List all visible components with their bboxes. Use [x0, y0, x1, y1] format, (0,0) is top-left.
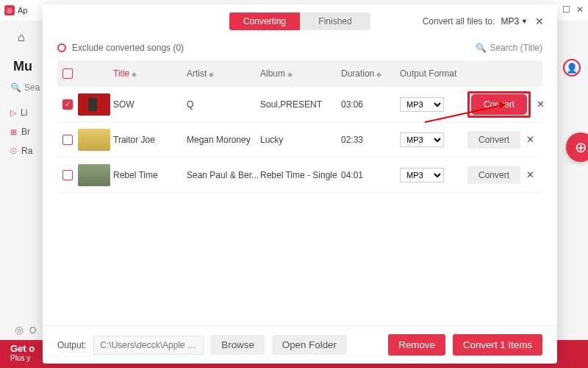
track-thumbnail — [78, 164, 110, 186]
exclude-toggle[interactable]: Exclude converted songs (0) — [57, 43, 184, 53]
track-table: Title◆ Artist◆ Album◆ Duration◆ Output F… — [43, 60, 557, 325]
tab-finished[interactable]: Finished — [300, 13, 370, 30]
select-all-checkbox[interactable] — [62, 68, 73, 79]
track-title: SOW — [113, 99, 187, 110]
track-duration: 02:33 — [341, 135, 400, 145]
convert-modal: Converting Finished Convert all files to… — [43, 4, 557, 364]
convert-button[interactable]: Convert — [467, 166, 520, 184]
home-icon[interactable]: ⌂ — [12, 31, 25, 44]
browse-button[interactable]: Browse — [211, 335, 264, 355]
toolbar: Exclude converted songs (0) 🔍 Search (Ti… — [43, 38, 557, 60]
col-title[interactable]: Title◆ — [113, 68, 187, 79]
format-select[interactable]: MP3 — [400, 168, 444, 183]
search-icon: 🔍 — [476, 43, 487, 53]
track-album: Soul,PRESENT — [260, 99, 341, 110]
bg-brand: Mu — [10, 59, 32, 74]
track-title: Rebel Time — [113, 170, 187, 180]
track-album: Lucky — [260, 135, 341, 145]
remove-row-icon[interactable]: ✕ — [520, 134, 534, 145]
search-input[interactable]: 🔍 Search (Title) — [476, 43, 542, 53]
col-output: Output Format — [400, 68, 467, 79]
remove-row-icon[interactable]: ✕ — [531, 99, 545, 110]
window-maximize-icon[interactable]: ☐ — [562, 4, 570, 15]
bg-app-title: ◎ Ap — [0, 5, 27, 15]
bg-nav-browse[interactable]: ⊞Br — [10, 127, 32, 137]
format-select[interactable]: MP3 — [400, 97, 444, 112]
table-header: Title◆ Artist◆ Album◆ Duration◆ Output F… — [57, 60, 542, 87]
row-checkbox[interactable] — [62, 135, 73, 145]
tab-converting[interactable]: Converting — [229, 13, 300, 30]
track-duration: 04:01 — [341, 170, 400, 180]
table-row: ✓ SOW Q Soul,PRESENT 03:06 MP3 Convert✕ — [57, 87, 542, 122]
play-icon: ▷ — [10, 108, 16, 118]
convert-all-label: Convert all files to: — [423, 16, 495, 26]
remove-button[interactable]: Remove — [388, 334, 445, 355]
output-label: Output: — [57, 340, 86, 350]
avatar[interactable]: 👤 — [563, 59, 581, 77]
col-duration[interactable]: Duration◆ — [341, 68, 400, 79]
app-logo-icon: ◎ — [4, 5, 15, 15]
modal-header: Converting Finished Convert all files to… — [43, 4, 557, 38]
global-format-select[interactable]: MP3 ▼ — [501, 16, 528, 26]
output-path[interactable]: C:\Users\decck\Apple Music... — [93, 336, 204, 355]
track-duration: 03:06 — [341, 99, 400, 110]
open-folder-button[interactable]: Open Folder — [272, 335, 347, 355]
table-row: Traitor Joe Megan Moroney Lucky 02:33 MP… — [57, 122, 542, 158]
tabs: Converting Finished — [229, 13, 370, 30]
window-close-icon[interactable]: ✕ — [576, 4, 584, 15]
convert-button[interactable]: Convert — [467, 131, 520, 149]
track-album: Rebel Time - Single — [260, 170, 341, 180]
bg-search[interactable]: 🔍 Sea — [10, 82, 40, 93]
sort-icon: ◆ — [209, 71, 214, 78]
sort-icon: ◆ — [376, 71, 381, 78]
radio-icon: ⦾ — [10, 146, 17, 156]
convert-button[interactable]: Convert — [473, 96, 526, 113]
caret-down-icon: ▼ — [521, 18, 528, 25]
grid-icon: ⊞ — [10, 127, 17, 137]
exclude-label: Exclude converted songs (0) — [72, 43, 184, 53]
row-checkbox[interactable] — [62, 170, 73, 180]
convert-items-button[interactable]: Convert 1 Items — [453, 334, 542, 355]
add-button[interactable]: ⊕ — [566, 132, 588, 162]
bg-nav-radio[interactable]: ⦾Ra — [10, 146, 32, 156]
search-placeholder: Search (Title) — [490, 43, 542, 53]
close-icon[interactable]: ✕ — [534, 15, 545, 27]
track-artist: Q — [187, 99, 260, 110]
bg-app-title-text: Ap — [18, 6, 27, 15]
col-album[interactable]: Album◆ — [260, 68, 341, 79]
table-row: Rebel Time Sean Paul & Ber... Rebel Time… — [57, 158, 542, 193]
bg-nav-listen[interactable]: ▷Li — [10, 107, 32, 118]
track-artist: Megan Moroney — [187, 135, 260, 145]
sort-icon: ◆ — [287, 71, 293, 78]
disc-icon[interactable]: ◎ — [15, 324, 24, 336]
sort-icon: ◆ — [132, 71, 137, 78]
modal-footer: Output: C:\Users\decck\Apple Music... Br… — [43, 325, 557, 364]
track-title: Traitor Joe — [113, 135, 187, 145]
radio-icon — [57, 43, 66, 52]
row-checkbox[interactable]: ✓ — [62, 99, 73, 110]
track-artist: Sean Paul & Ber... — [187, 170, 260, 180]
track-thumbnail — [78, 129, 110, 151]
remove-row-icon[interactable]: ✕ — [520, 169, 534, 180]
bg-nav: ▷Li ⊞Br ⦾Ra — [10, 107, 32, 156]
disc-text: O — [29, 325, 36, 336]
format-select[interactable]: MP3 — [400, 132, 444, 147]
track-thumbnail — [78, 93, 110, 116]
col-artist[interactable]: Artist◆ — [187, 68, 260, 79]
